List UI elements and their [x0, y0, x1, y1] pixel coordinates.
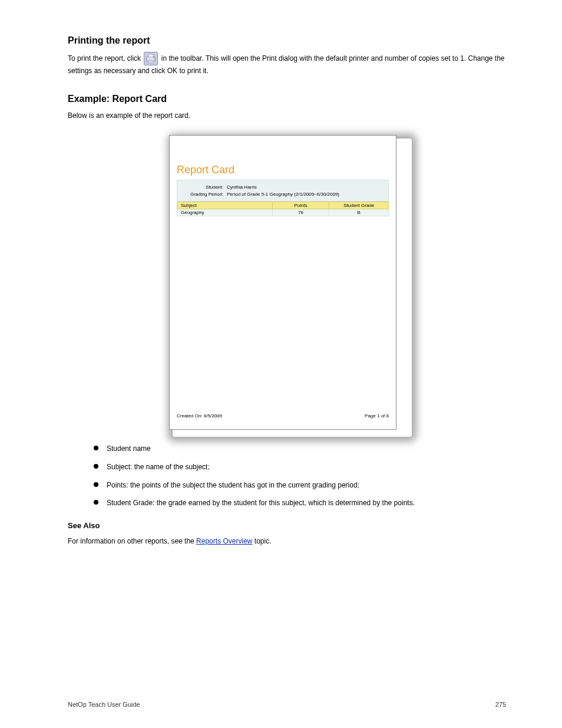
student-label: Student:	[181, 185, 227, 190]
svg-rect-2	[148, 60, 153, 63]
cell-subject: Geography	[177, 209, 273, 216]
reports-overview-link[interactable]: Reports Overview	[196, 537, 252, 545]
section-heading-example: Example: Report Card	[68, 94, 506, 104]
grading-period-label: Grading Period:	[181, 192, 227, 197]
page-footer: NetOp Teach User Guide 275	[68, 696, 506, 708]
report-table: Subject Points Student Grade Geography 7…	[177, 202, 389, 216]
report-page-indicator: Page 1 of 8	[365, 413, 389, 419]
svg-rect-1	[148, 54, 153, 57]
list-item: Student Grade: the grade earned by the s…	[94, 498, 506, 508]
see-also-pre: For information on other reports, see th…	[68, 537, 196, 545]
col-subject: Subject	[177, 202, 273, 209]
report-footer: Created On: 8/5/2009 Page 1 of 8	[177, 413, 389, 419]
col-grade: Student Grade	[329, 202, 389, 209]
section-heading-printing: Printing the report	[68, 35, 506, 46]
svg-point-5	[153, 57, 154, 58]
footer-page-number: 275	[495, 701, 506, 708]
col-points: Points	[272, 202, 329, 209]
grading-period-value: Period of Grade 5-1 Geography (2/1/2009~…	[227, 192, 385, 197]
report-page: Report Card Student: Cynthia Harris Grad…	[169, 135, 396, 430]
report-card-preview: Report Card Student: Cynthia Harris Grad…	[169, 135, 405, 430]
table-header-row: Subject Points Student Grade	[177, 202, 389, 209]
cell-points: 76	[272, 209, 329, 216]
bullet-list: Student name Subject: the name of the su…	[94, 444, 506, 508]
print-instruction-paragraph: To print the report, click in the toolba…	[68, 52, 506, 76]
see-also-paragraph: For information on other reports, see th…	[68, 536, 506, 546]
report-title: Report Card	[177, 164, 389, 176]
student-value: Cynthia Harris	[227, 185, 385, 190]
report-info-box: Student: Cynthia Harris Grading Period: …	[177, 180, 389, 202]
print-icon	[144, 52, 158, 65]
list-item: Points: the points of the subject the st…	[94, 480, 506, 490]
svg-rect-3	[149, 61, 153, 62]
list-item: Student name	[94, 444, 506, 454]
svg-rect-4	[149, 62, 153, 62]
report-created-on: Created On: 8/5/2009	[177, 413, 222, 419]
table-row: Geography 76 B	[177, 209, 389, 216]
footer-doc-title: NetOp Teach User Guide	[68, 701, 140, 708]
see-also-heading: See Also	[68, 521, 506, 530]
print-instruction-pre: To print the report, click	[68, 54, 143, 62]
cell-grade: B	[329, 209, 389, 216]
see-also-post: topic.	[252, 537, 271, 545]
example-intro: Below is an example of the report card.	[68, 110, 506, 121]
list-item: Subject: the name of the subject;	[94, 462, 506, 472]
